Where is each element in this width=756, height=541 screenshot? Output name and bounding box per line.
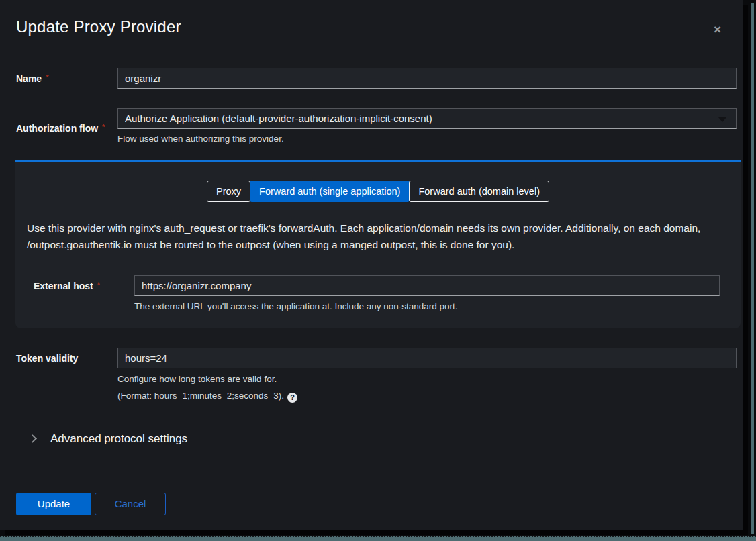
proxy-mode-toggle-group: Proxy Forward auth (single application) … [15, 162, 741, 202]
update-button[interactable]: Update [16, 493, 91, 515]
required-asterisk: * [102, 123, 105, 131]
external-host-label: External host* [34, 281, 134, 291]
required-asterisk: * [46, 73, 48, 81]
name-field-row: Name* [16, 68, 737, 89]
required-asterisk: * [97, 281, 100, 289]
modal-header: Update Proxy Provider × [0, 0, 743, 38]
token-validity-help-line1: Configure how long tokens are valid for. [117, 374, 737, 384]
token-validity-row: Token validity Configure how long tokens… [16, 348, 737, 403]
close-icon[interactable]: × [710, 20, 725, 38]
modal-footer: Update Cancel [16, 493, 743, 515]
name-label: Name* [16, 73, 117, 84]
authorization-flow-row: Authorization flow* Authorize Applicatio… [16, 108, 737, 144]
cancel-button[interactable]: Cancel [95, 493, 166, 515]
tab-forward-auth-domain-level[interactable]: Forward auth (domain level) [409, 181, 549, 202]
token-validity-help-line2: (Format: hours=1;minutes=2;seconds=3).? [117, 391, 737, 403]
proxy-mode-card: Proxy Forward auth (single application) … [15, 160, 741, 328]
chevron-down-icon [718, 117, 726, 122]
token-validity-label: Token validity [16, 353, 117, 364]
screenshot-border-bottom [0, 536, 756, 541]
authorization-flow-label: Authorization flow* [16, 123, 117, 134]
modal-title: Update Proxy Provider [16, 17, 181, 36]
authorization-flow-selected-value: Authorize Application (default-provider-… [125, 113, 432, 124]
external-host-help: The external URL you'll access the appli… [134, 301, 720, 311]
help-question-icon[interactable]: ? [287, 393, 297, 403]
authorization-flow-select[interactable]: Authorize Application (default-provider-… [117, 108, 737, 129]
mode-description: Use this provider with nginx's auth_requ… [27, 219, 728, 253]
name-input[interactable] [117, 68, 737, 89]
provider-form: Name* Authorization flow* Authorize Appl… [0, 68, 743, 515]
tab-proxy[interactable]: Proxy [207, 181, 250, 202]
authorization-flow-help: Flow used when authorizing this provider… [117, 134, 737, 144]
token-validity-help: Configure how long tokens are valid for.… [117, 374, 737, 403]
advanced-protocol-settings-label: Advanced protocol settings [50, 432, 187, 446]
external-host-row: External host* The external URL you'll a… [34, 275, 720, 311]
token-validity-input[interactable] [117, 348, 737, 368]
chevron-right-icon [28, 434, 37, 443]
update-proxy-provider-modal: Update Proxy Provider × Name* Authorizat… [0, 0, 743, 530]
external-host-input[interactable] [134, 275, 720, 296]
tab-forward-auth-single-application[interactable]: Forward auth (single application) [250, 181, 410, 202]
advanced-protocol-settings-expander[interactable]: Advanced protocol settings [30, 432, 743, 446]
screenshot-border-right [751, 3, 754, 534]
screenshot-frame: Update Proxy Provider × Name* Authorizat… [0, 0, 756, 541]
